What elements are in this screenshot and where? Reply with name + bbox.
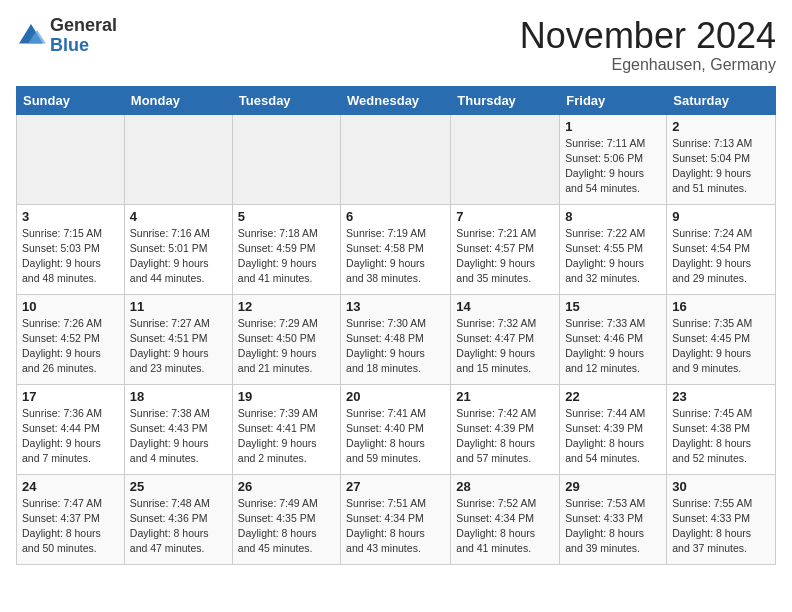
calendar-cell: 24Sunrise: 7:47 AM Sunset: 4:37 PM Dayli… [17,474,125,564]
calendar-week-row: 1Sunrise: 7:11 AM Sunset: 5:06 PM Daylig… [17,114,776,204]
day-number: 8 [565,209,661,224]
calendar-cell: 9Sunrise: 7:24 AM Sunset: 4:54 PM Daylig… [667,204,776,294]
calendar-cell: 27Sunrise: 7:51 AM Sunset: 4:34 PM Dayli… [341,474,451,564]
day-detail: Sunrise: 7:19 AM Sunset: 4:58 PM Dayligh… [346,226,445,287]
calendar-cell: 16Sunrise: 7:35 AM Sunset: 4:45 PM Dayli… [667,294,776,384]
title-section: November 2024 Egenhausen, Germany [520,16,776,74]
weekday-header: Tuesday [232,86,340,114]
logo-general-text: General [50,16,117,36]
day-detail: Sunrise: 7:11 AM Sunset: 5:06 PM Dayligh… [565,136,661,197]
calendar-cell: 14Sunrise: 7:32 AM Sunset: 4:47 PM Dayli… [451,294,560,384]
day-detail: Sunrise: 7:53 AM Sunset: 4:33 PM Dayligh… [565,496,661,557]
calendar-cell: 21Sunrise: 7:42 AM Sunset: 4:39 PM Dayli… [451,384,560,474]
day-number: 9 [672,209,770,224]
day-detail: Sunrise: 7:16 AM Sunset: 5:01 PM Dayligh… [130,226,227,287]
day-number: 15 [565,299,661,314]
day-number: 26 [238,479,335,494]
day-detail: Sunrise: 7:45 AM Sunset: 4:38 PM Dayligh… [672,406,770,467]
day-detail: Sunrise: 7:33 AM Sunset: 4:46 PM Dayligh… [565,316,661,377]
logo-text: General Blue [50,16,117,56]
weekday-header: Thursday [451,86,560,114]
day-detail: Sunrise: 7:49 AM Sunset: 4:35 PM Dayligh… [238,496,335,557]
day-detail: Sunrise: 7:29 AM Sunset: 4:50 PM Dayligh… [238,316,335,377]
day-number: 30 [672,479,770,494]
calendar-cell: 3Sunrise: 7:15 AM Sunset: 5:03 PM Daylig… [17,204,125,294]
weekday-header: Saturday [667,86,776,114]
day-number: 21 [456,389,554,404]
day-detail: Sunrise: 7:36 AM Sunset: 4:44 PM Dayligh… [22,406,119,467]
day-detail: Sunrise: 7:39 AM Sunset: 4:41 PM Dayligh… [238,406,335,467]
day-detail: Sunrise: 7:27 AM Sunset: 4:51 PM Dayligh… [130,316,227,377]
calendar-week-row: 24Sunrise: 7:47 AM Sunset: 4:37 PM Dayli… [17,474,776,564]
calendar-cell: 26Sunrise: 7:49 AM Sunset: 4:35 PM Dayli… [232,474,340,564]
day-detail: Sunrise: 7:15 AM Sunset: 5:03 PM Dayligh… [22,226,119,287]
day-number: 11 [130,299,227,314]
day-number: 23 [672,389,770,404]
day-detail: Sunrise: 7:21 AM Sunset: 4:57 PM Dayligh… [456,226,554,287]
day-detail: Sunrise: 7:47 AM Sunset: 4:37 PM Dayligh… [22,496,119,557]
day-number: 7 [456,209,554,224]
day-number: 18 [130,389,227,404]
calendar-cell: 19Sunrise: 7:39 AM Sunset: 4:41 PM Dayli… [232,384,340,474]
calendar-cell: 13Sunrise: 7:30 AM Sunset: 4:48 PM Dayli… [341,294,451,384]
calendar-cell: 5Sunrise: 7:18 AM Sunset: 4:59 PM Daylig… [232,204,340,294]
calendar-cell [232,114,340,204]
day-number: 19 [238,389,335,404]
day-number: 5 [238,209,335,224]
calendar-body: 1Sunrise: 7:11 AM Sunset: 5:06 PM Daylig… [17,114,776,564]
calendar-table: SundayMondayTuesdayWednesdayThursdayFrid… [16,86,776,565]
month-title: November 2024 [520,16,776,56]
day-detail: Sunrise: 7:48 AM Sunset: 4:36 PM Dayligh… [130,496,227,557]
calendar-cell: 8Sunrise: 7:22 AM Sunset: 4:55 PM Daylig… [560,204,667,294]
day-detail: Sunrise: 7:35 AM Sunset: 4:45 PM Dayligh… [672,316,770,377]
day-number: 27 [346,479,445,494]
calendar-cell: 20Sunrise: 7:41 AM Sunset: 4:40 PM Dayli… [341,384,451,474]
day-detail: Sunrise: 7:55 AM Sunset: 4:33 PM Dayligh… [672,496,770,557]
day-number: 24 [22,479,119,494]
location-subtitle: Egenhausen, Germany [520,56,776,74]
day-number: 12 [238,299,335,314]
calendar-cell: 15Sunrise: 7:33 AM Sunset: 4:46 PM Dayli… [560,294,667,384]
logo: General Blue [16,16,117,56]
day-number: 14 [456,299,554,314]
calendar-cell: 18Sunrise: 7:38 AM Sunset: 4:43 PM Dayli… [124,384,232,474]
day-number: 6 [346,209,445,224]
calendar-cell [124,114,232,204]
calendar-cell: 2Sunrise: 7:13 AM Sunset: 5:04 PM Daylig… [667,114,776,204]
calendar-cell [17,114,125,204]
day-detail: Sunrise: 7:38 AM Sunset: 4:43 PM Dayligh… [130,406,227,467]
weekday-header-row: SundayMondayTuesdayWednesdayThursdayFrid… [17,86,776,114]
day-number: 28 [456,479,554,494]
calendar-cell: 7Sunrise: 7:21 AM Sunset: 4:57 PM Daylig… [451,204,560,294]
weekday-header: Sunday [17,86,125,114]
calendar-cell [341,114,451,204]
day-number: 13 [346,299,445,314]
calendar-cell: 28Sunrise: 7:52 AM Sunset: 4:34 PM Dayli… [451,474,560,564]
page-header: General Blue November 2024 Egenhausen, G… [16,16,776,74]
weekday-header: Wednesday [341,86,451,114]
calendar-week-row: 10Sunrise: 7:26 AM Sunset: 4:52 PM Dayli… [17,294,776,384]
day-detail: Sunrise: 7:24 AM Sunset: 4:54 PM Dayligh… [672,226,770,287]
day-number: 29 [565,479,661,494]
logo-icon [16,21,46,51]
day-detail: Sunrise: 7:18 AM Sunset: 4:59 PM Dayligh… [238,226,335,287]
day-number: 20 [346,389,445,404]
day-detail: Sunrise: 7:22 AM Sunset: 4:55 PM Dayligh… [565,226,661,287]
calendar-cell: 22Sunrise: 7:44 AM Sunset: 4:39 PM Dayli… [560,384,667,474]
calendar-week-row: 17Sunrise: 7:36 AM Sunset: 4:44 PM Dayli… [17,384,776,474]
day-detail: Sunrise: 7:52 AM Sunset: 4:34 PM Dayligh… [456,496,554,557]
calendar-cell: 4Sunrise: 7:16 AM Sunset: 5:01 PM Daylig… [124,204,232,294]
day-number: 3 [22,209,119,224]
weekday-header: Friday [560,86,667,114]
day-number: 2 [672,119,770,134]
day-number: 16 [672,299,770,314]
calendar-cell: 23Sunrise: 7:45 AM Sunset: 4:38 PM Dayli… [667,384,776,474]
day-detail: Sunrise: 7:42 AM Sunset: 4:39 PM Dayligh… [456,406,554,467]
day-detail: Sunrise: 7:41 AM Sunset: 4:40 PM Dayligh… [346,406,445,467]
calendar-cell: 29Sunrise: 7:53 AM Sunset: 4:33 PM Dayli… [560,474,667,564]
day-number: 10 [22,299,119,314]
calendar-cell: 17Sunrise: 7:36 AM Sunset: 4:44 PM Dayli… [17,384,125,474]
day-number: 22 [565,389,661,404]
calendar-cell: 25Sunrise: 7:48 AM Sunset: 4:36 PM Dayli… [124,474,232,564]
calendar-cell: 1Sunrise: 7:11 AM Sunset: 5:06 PM Daylig… [560,114,667,204]
